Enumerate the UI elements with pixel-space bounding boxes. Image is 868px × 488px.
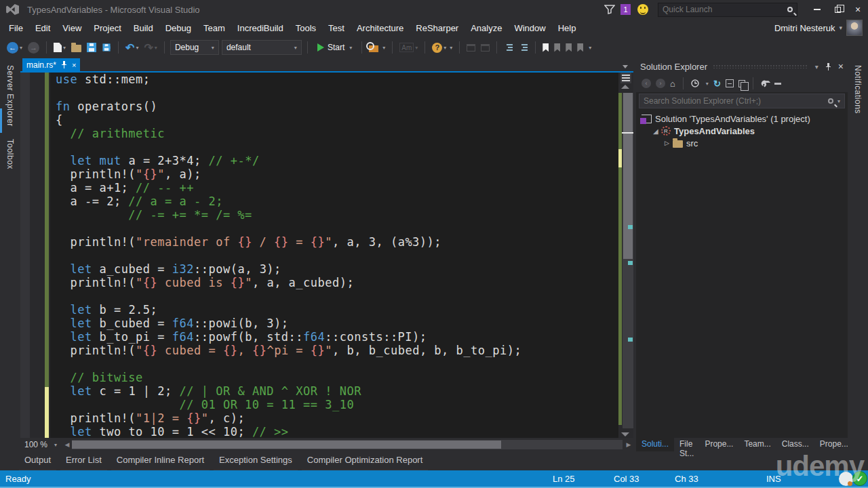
code-line[interactable]: println!("1|2 = {}", c); [56, 411, 618, 425]
restore-button[interactable] [827, 2, 848, 17]
toggle-bookmark-button[interactable] [541, 40, 550, 55]
am-tool-button[interactable]: Am▾ [398, 40, 419, 55]
toolbar-overflow-icon[interactable]: ▾ [382, 45, 385, 51]
tray-status-icon[interactable] [839, 472, 853, 486]
status-column-number[interactable]: Col 33 [614, 474, 639, 484]
panel-tab-file-st[interactable]: File St... [674, 438, 699, 451]
redo-button[interactable]: ↷▾ [142, 40, 158, 55]
code-line[interactable]: // 01 OR 10 = 11 == 3_10 [56, 398, 618, 411]
split-window-handle-icon[interactable] [620, 73, 631, 83]
frames-button[interactable] [465, 40, 477, 55]
incredibuild-help-button[interactable]: ?▾▾ [431, 40, 454, 55]
open-file-button[interactable] [70, 40, 83, 55]
code-line[interactable] [56, 86, 618, 100]
pin-icon[interactable] [61, 61, 67, 68]
back-icon[interactable]: ‹ [642, 79, 651, 88]
panel-tab-team[interactable]: Team... [738, 438, 776, 451]
user-account[interactable]: Dmitri Nesteruk ▾ [774, 20, 863, 36]
collapse-all-icon[interactable] [726, 79, 734, 87]
feedback-smiley-icon[interactable] [637, 4, 648, 15]
code-line[interactable]: let two_to_10 = 1 << 10; // >> [56, 425, 618, 438]
quick-launch-box[interactable] [658, 3, 797, 17]
toolbar-overflow-icon[interactable]: ▾ [450, 45, 452, 51]
menu-tools[interactable]: Tools [290, 21, 322, 35]
menu-window[interactable]: Window [508, 21, 551, 35]
code-line[interactable]: { [56, 113, 618, 127]
scroll-left-icon[interactable]: ◀ [62, 441, 72, 448]
solution-search-box[interactable]: ▾ [639, 94, 845, 108]
code-line[interactable]: use std::mem; [56, 73, 618, 86]
menu-file[interactable]: File [3, 21, 29, 35]
preview-selected-icon[interactable] [774, 83, 781, 85]
quick-launch-input[interactable] [663, 5, 787, 14]
vertical-scrollbar[interactable] [618, 73, 633, 438]
solution-platform-combo[interactable]: default▾ [222, 40, 302, 55]
code-line[interactable] [56, 249, 618, 262]
code-line[interactable] [56, 222, 618, 235]
code-line[interactable] [56, 357, 618, 371]
filter-funnel-icon[interactable] [604, 5, 615, 14]
menu-help[interactable]: Help [552, 21, 583, 35]
tree-item-solution-typesandvariables-1-project[interactable]: Solution 'TypesAndVariables' (1 project) [636, 113, 848, 125]
forward-icon[interactable]: › [656, 79, 665, 88]
increase-indent-button[interactable] [517, 40, 530, 55]
code-line[interactable]: a = a+1; // -- ++ [56, 181, 618, 195]
menu-project[interactable]: Project [87, 21, 127, 35]
close-button[interactable]: × [848, 2, 868, 17]
save-button[interactable] [85, 40, 98, 55]
scroll-up-icon[interactable] [621, 85, 629, 89]
menu-resharper[interactable]: ReSharper [410, 21, 465, 35]
toolbar-overflow-icon[interactable]: ▾ [589, 45, 591, 51]
minimize-button[interactable] [807, 2, 827, 17]
panel-tab-soluti[interactable]: Soluti... [636, 438, 674, 451]
solution-configuration-combo[interactable]: Debug▾ [170, 40, 219, 55]
menu-view[interactable]: View [56, 21, 87, 35]
window-position-dropdown-icon[interactable]: ▾ [815, 63, 818, 70]
decrease-indent-button[interactable] [502, 40, 515, 55]
find-in-files-button[interactable]: ▾ [368, 40, 387, 55]
notifications-tab[interactable]: Notifications [853, 65, 863, 114]
expander-expanded-icon[interactable]: ◢ [653, 127, 661, 135]
code-line[interactable]: let a_cubed = i32::pow(a, 3); [56, 262, 618, 276]
save-all-button[interactable] [100, 40, 113, 55]
new-file-button[interactable]: ▾ [52, 40, 67, 55]
code-line[interactable]: println!("{}", a); [56, 167, 618, 181]
code-editor[interactable]: use std::mem;fn operators(){ // arithmet… [20, 73, 633, 438]
code-line[interactable]: let b = 2.5; [56, 303, 618, 317]
close-tab-icon[interactable]: × [72, 61, 76, 69]
code-line[interactable]: let b_to_pi = f64::powf(b, std::f64::con… [56, 330, 618, 344]
document-list-dropdown-icon[interactable] [623, 65, 628, 68]
code-line[interactable]: println!("{} cubed is {}", a, a_cubed); [56, 276, 618, 289]
navigate-back-button[interactable]: ←▾ [5, 40, 24, 55]
menu-team[interactable]: Team [197, 21, 231, 35]
frames-alt-button[interactable] [479, 40, 491, 55]
clear-bookmarks-button[interactable] [576, 40, 585, 55]
navigate-forward-button[interactable]: → [26, 40, 41, 55]
code-line[interactable]: // -= += *= /= %= [56, 208, 618, 222]
status-line-number[interactable]: Ln 25 [553, 474, 575, 484]
menu-architecture[interactable]: Architecture [351, 21, 410, 35]
status-character-number[interactable]: Ch 33 [675, 474, 698, 484]
code-text[interactable]: use std::mem;fn operators(){ // arithmet… [56, 73, 618, 438]
tree-item-src[interactable]: ▷src [636, 137, 848, 149]
solution-explorer-header[interactable]: Solution Explorer ▾ × [636, 58, 848, 75]
menu-debug[interactable]: Debug [159, 21, 197, 35]
code-line[interactable]: println!("{} cubed = {}, {}^pi = {}", b,… [56, 344, 618, 357]
home-icon[interactable]: ⌂ [670, 79, 675, 89]
menu-edit[interactable]: Edit [29, 21, 56, 35]
menu-analyze[interactable]: Analyze [465, 21, 508, 35]
pending-changes-filter-icon[interactable] [691, 79, 700, 88]
tree-item-typesandvariables[interactable]: ◢RTypesAndVariables [636, 125, 848, 137]
close-panel-icon[interactable]: × [838, 61, 844, 72]
code-line[interactable]: a -= 2; // a = a - 2; [56, 195, 618, 208]
code-line[interactable] [56, 289, 618, 303]
sync-with-active-document-icon[interactable]: ↻ [713, 79, 721, 89]
horizontal-scrollbar[interactable] [72, 440, 623, 449]
scrollbar-thumb[interactable] [623, 93, 633, 259]
user-avatar[interactable] [846, 20, 863, 36]
code-line[interactable]: let c = 1 | 2; // | OR & AND ^ XOR ! NOR [56, 384, 618, 398]
code-line[interactable]: // arithmetic [56, 127, 618, 140]
tool-tab-toolbox[interactable]: Toolbox [5, 139, 15, 169]
tray-check-icon[interactable]: ✓ [852, 471, 867, 486]
code-line[interactable] [56, 140, 618, 154]
